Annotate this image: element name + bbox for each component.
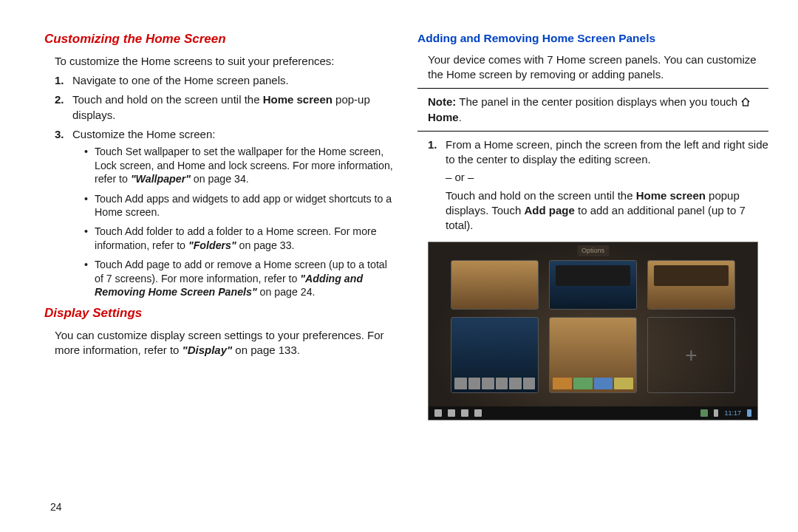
right-column: Adding and Removing Home Screen Panels Y… <box>417 30 768 525</box>
panel-thumb <box>451 317 539 394</box>
panel-thumb <box>549 317 637 394</box>
screenshot-icon <box>474 409 482 417</box>
panel-thumb <box>549 260 637 309</box>
home-nav-icon <box>448 409 455 417</box>
bullet-wallpaper: Touch Set wallpaper to set the wallpaper… <box>84 145 395 185</box>
or-separator: – or – <box>446 170 768 185</box>
right-step-1: 1. From a Home screen, pinch the screen … <box>428 137 768 233</box>
divider-bottom <box>417 131 768 132</box>
intro-text: To customize the Home screens to suit yo… <box>55 54 395 69</box>
home-icon <box>740 98 751 106</box>
sub-bullets: Touch Set wallpaper to set the wallpaper… <box>72 145 395 299</box>
note-block: Note: The panel in the center position d… <box>428 95 758 125</box>
step-1: 1.Navigate to one of the Home screen pan… <box>55 73 395 88</box>
panels-intro: Your device comes with 7 Home screen pan… <box>428 52 768 83</box>
divider-top <box>417 88 768 89</box>
bullet-page: Touch Add page to add or remove a Home s… <box>84 258 395 299</box>
shot-nav-bar: 11:17 <box>429 406 757 420</box>
back-icon <box>434 409 442 417</box>
battery-icon <box>747 409 751 417</box>
display-para: You can customize display screen setting… <box>55 328 395 358</box>
heading-panels: Adding and Removing Home Screen Panels <box>417 31 768 47</box>
recent-icon <box>461 409 468 417</box>
bullet-folder: Touch Add folder to add a folder to a Ho… <box>84 225 395 252</box>
left-column: Customizing the Home Screen To customize… <box>44 30 395 525</box>
screenshot-panels-editor: Options + 11:17 <box>428 242 758 420</box>
panel-thumb <box>451 260 539 309</box>
steps-list: 1.Navigate to one of the Home screen pan… <box>44 73 395 299</box>
panel-thumb <box>647 260 735 309</box>
signal-icon <box>714 409 718 417</box>
clock: 11:17 <box>724 409 741 417</box>
shot-top-label: Options <box>577 245 609 256</box>
bullet-apps: Touch Add apps and widgets to add app or… <box>84 192 395 219</box>
step-2: 2.Touch and hold on the screen until the… <box>55 92 395 123</box>
status-icon <box>700 409 708 417</box>
page-number: 24 <box>50 501 62 513</box>
heading-display-settings: Display Settings <box>44 305 395 322</box>
panel-add: + <box>647 317 735 394</box>
right-steps: 1. From a Home screen, pinch the screen … <box>417 137 768 233</box>
heading-customizing: Customizing the Home Screen <box>44 31 395 48</box>
step-3: 3.Customize the Home screen: Touch Set w… <box>55 127 395 299</box>
